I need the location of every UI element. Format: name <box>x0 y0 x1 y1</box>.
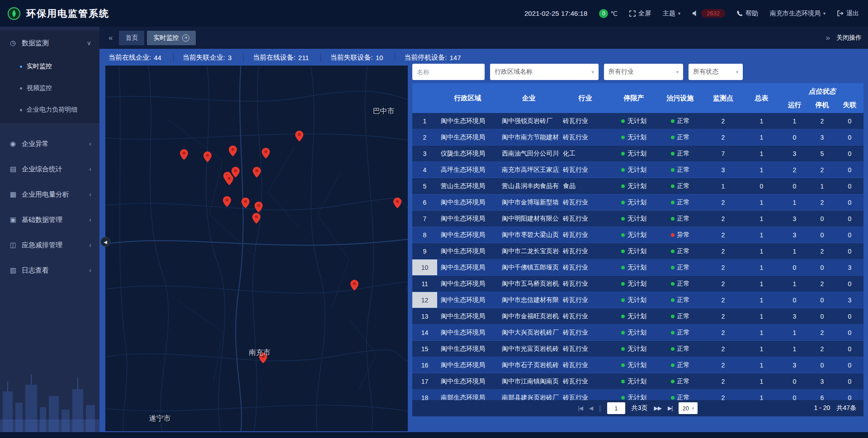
name-filter-input[interactable] <box>412 64 485 80</box>
close-icon[interactable]: × <box>182 34 189 42</box>
page-size-select[interactable]: 20 ▾ <box>679 402 698 414</box>
cell-company: 西南油气田分公司川中 <box>498 146 559 161</box>
cell-region: 阆中生态环境局 <box>437 325 498 340</box>
temperature-widget: 0 ℃ <box>599 9 618 18</box>
pagination-first-button[interactable]: |◀ <box>578 405 583 411</box>
cell-lost: 3 <box>836 292 863 308</box>
table-row[interactable]: 16 阆中生态环境局 阆中市石子页岩机砖厂 砖瓦行业 无计划 正常 2 1 3 <box>412 357 863 373</box>
map-pin-icon[interactable] <box>350 280 359 292</box>
sidebar-item-base-data[interactable]: ▣ 基础数据管理 ‹ <box>0 207 99 232</box>
col-header-run: 运行 <box>781 97 808 113</box>
page-number-input[interactable] <box>607 402 625 414</box>
industry-filter-select[interactable]: 所有行业 ▾ <box>604 64 683 80</box>
table-row[interactable]: 10 阆中生态环境局 阆中千佛镇五郎垭页岩 砖瓦行业 无计划 正常 2 1 0 <box>412 259 863 276</box>
sidebar-item-company-statistics[interactable]: ▤ 企业综合统计 ‹ <box>0 156 99 182</box>
status-filter-select[interactable]: 所有状态 ▾ <box>689 64 743 80</box>
cell-company: 南部县建兴页岩砖厂 <box>498 390 559 400</box>
cell-lost: 0 <box>836 276 863 292</box>
sidebar-item-data-monitor[interactable]: ◷ 数据监测 ∨ <box>0 30 99 56</box>
sidebar-item-company-abnormal[interactable]: ◉ 企业异常 ‹ <box>0 131 99 156</box>
cell-lost: 0 <box>836 178 863 194</box>
cell-company: 阆中市金福旺页岩机砖 <box>498 308 559 324</box>
help-button[interactable]: 帮助 <box>737 9 758 18</box>
cell-index: 4 <box>412 162 437 178</box>
cell-stop: 0 <box>808 308 836 324</box>
map-city-label: 南充市 <box>249 348 270 358</box>
table-row[interactable]: 11 阆中生态环境局 阆中市五马桥页岩机砖 砖瓦行业 无计划 正常 2 1 1 <box>412 276 863 292</box>
col-group-point-status: 点位状态 运行 停机 失联 <box>781 83 863 113</box>
status-dot <box>671 250 675 253</box>
fullscreen-button[interactable]: 全屏 <box>629 9 651 18</box>
cell-stop: 2 <box>808 325 836 340</box>
map-pin-icon[interactable] <box>252 213 260 226</box>
status-dot-green <box>621 250 625 253</box>
cell-run: 0 <box>781 373 808 389</box>
table-row[interactable]: 18 南部生态环境局 南部县建兴页岩砖厂 砖瓦行业 无计划 正常 2 1 0 <box>412 390 863 400</box>
cell-points: 2 <box>704 390 742 400</box>
tab[interactable]: 实时监控 × <box>147 31 196 45</box>
cell-index: 12 <box>412 292 437 308</box>
sidebar-item-power-analysis[interactable]: ▦ 企业用电量分析 ‹ <box>0 182 99 207</box>
map[interactable]: 巴中市 南充市 遂宁市 <box>105 66 408 431</box>
fullscreen-icon <box>629 10 636 17</box>
sidebar-subitem[interactable]: 视频监控 <box>0 77 99 99</box>
map-pin-icon[interactable] <box>295 131 303 143</box>
map-pin-icon[interactable] <box>229 146 237 158</box>
close-operations-button[interactable]: 关闭操作 <box>836 34 862 42</box>
sidebar-group-data-monitor: ◷ 数据监测 ∨ 实时监控 视频监控 <box>0 30 99 124</box>
tabbar-right: » 关闭操作 <box>826 33 862 42</box>
table-row[interactable]: 5 营山生态环境局 营山县润丰肉食品有限 食品 无计划 正常 1 0 0 <box>412 178 863 194</box>
table-row[interactable]: 2 阆中生态环境局 阆中市南方节能建材有 砖瓦行业 无计划 正常 2 1 0 <box>412 129 863 146</box>
table-row[interactable]: 4 高坪生态环境局 南充市高坪区王家店建 砖瓦行业 无计划 正常 3 1 2 <box>412 162 863 178</box>
table-row[interactable]: 1 阆中生态环境局 阆中强锐页岩砖厂 砖瓦行业 无计划 正常 2 1 1 <box>412 113 863 129</box>
tab-scroll-right-icon[interactable]: » <box>826 33 830 42</box>
map-pin-icon[interactable] <box>223 196 231 209</box>
bullet-icon <box>20 109 22 111</box>
tab-scroll-left-icon[interactable]: « <box>108 33 113 42</box>
cell-industry: 砖瓦行业 <box>559 194 611 210</box>
table-row[interactable]: 14 阆中生态环境局 阆中大兴页岩机砖厂 砖瓦行业 无计划 正常 2 1 1 <box>412 325 863 341</box>
alerts-button[interactable]: 2632 <box>692 9 725 18</box>
table-row[interactable]: 9 阆中生态环境局 阆中市二龙长宝页岩砖 砖瓦行业 无计划 正常 2 1 1 <box>412 243 863 259</box>
map-pin-icon[interactable] <box>203 151 212 164</box>
table-row[interactable]: 17 阆中生态环境局 阆中市江南镇阆南页岩 砖瓦行业 无计划 正常 2 1 0 <box>412 373 863 390</box>
cell-lost: 0 <box>836 162 863 178</box>
cell-points: 2 <box>704 227 742 243</box>
sidebar-subitem[interactable]: 企业电力负荷明细 <box>0 99 99 121</box>
cell-company: 阆中千佛镇五郎垭页岩 <box>498 259 559 275</box>
database-icon: ▣ <box>10 216 22 224</box>
cell-facility: 异常 <box>656 227 704 243</box>
total-pages-label: 共3页 <box>632 404 648 412</box>
sidebar-subitem[interactable]: 实时监控 <box>0 56 99 77</box>
sidebar-item-logs[interactable]: ▥ 日志查看 ‹ <box>0 258 99 283</box>
cell-index: 1 <box>412 113 437 129</box>
logout-button[interactable]: 退出 <box>837 9 859 18</box>
pagination-bar: |◀ ◀ | 共3页 ▶▶ ▶| 20 ▾ 1 - 20 共47条 <box>412 400 863 416</box>
sidebar-item-emergency[interactable]: ◫ 应急减排管理 ‹ <box>0 232 99 258</box>
table-row[interactable]: 15 阆中生态环境局 阆中市光富页岩机砖厂 砖瓦行业 无计划 正常 2 1 1 <box>412 341 863 357</box>
pagination-next-button[interactable]: ▶▶ <box>654 405 661 411</box>
map-pin-icon[interactable] <box>262 148 270 160</box>
chevron-left-icon: ‹ <box>89 216 91 223</box>
theme-dropdown[interactable]: 主题 ▾ <box>663 9 680 18</box>
map-pin-icon[interactable] <box>180 149 188 162</box>
region-filter-select[interactable]: 行政区域名称 ▾ <box>490 64 599 80</box>
sidebar-collapse-button[interactable]: ◀ <box>100 237 110 247</box>
table-row[interactable]: 3 仪陇生态环境局 西南油气田分公司川中 化工 无计划 正常 7 1 3 <box>412 146 863 162</box>
table-row[interactable]: 13 阆中生态环境局 阆中市金福旺页岩机砖 砖瓦行业 无计划 正常 2 1 3 <box>412 308 863 325</box>
cell-facility: 正常 <box>656 178 704 194</box>
table-row[interactable]: 12 阆中生态环境局 阆中市忠信建材有限公 砖瓦行业 无计划 正常 2 1 0 <box>412 292 863 308</box>
pagination-prev-button[interactable]: ◀ <box>589 405 593 411</box>
map-pin-icon[interactable] <box>393 198 401 210</box>
table-row[interactable]: 7 阆中生态环境局 阆中明阳建材有限公司 砖瓦行业 无计划 正常 2 1 3 <box>412 211 863 227</box>
map-pin-icon[interactable] <box>241 198 250 210</box>
map-pin-icon[interactable] <box>225 174 233 187</box>
pagination-last-button[interactable]: ▶| <box>668 405 672 411</box>
cell-facility: 正常 <box>656 129 704 145</box>
table-row[interactable]: 6 阆中生态环境局 阆中市金博瑞新型墙材 砖瓦行业 无计划 正常 2 1 1 <box>412 194 863 211</box>
map-pin-icon[interactable] <box>253 167 261 179</box>
col-header-facility: 治污设施 <box>656 83 704 113</box>
table-row[interactable]: 8 阆中生态环境局 阆中市枣碧大梁山页岩 砖瓦行业 无计划 异常 2 1 3 <box>412 227 863 243</box>
org-dropdown[interactable]: 南充市生态环境局 ▾ <box>770 9 826 18</box>
tab[interactable]: 首页 <box>119 31 144 45</box>
